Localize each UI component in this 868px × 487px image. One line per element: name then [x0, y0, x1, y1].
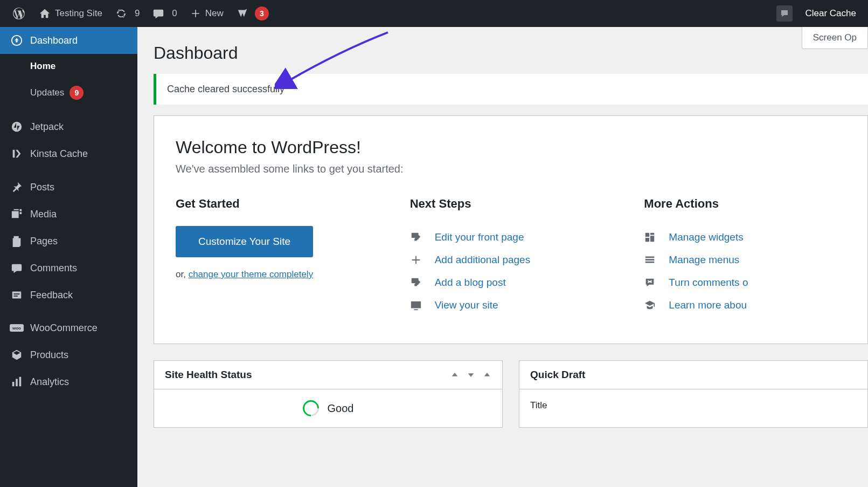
sidebar-home[interactable]: Home — [0, 54, 137, 79]
quick-draft-box: Quick Draft Title — [519, 360, 868, 428]
svg-rect-3 — [12, 292, 22, 299]
add-blog-post-link[interactable]: Add a blog post — [410, 271, 612, 294]
sidebar-posts[interactable]: Posts — [0, 174, 137, 201]
sidebar-dashboard-label: Dashboard — [30, 35, 78, 46]
sidebar-pages[interactable]: Pages — [0, 228, 137, 255]
sidebar-products[interactable]: Products — [0, 341, 137, 368]
widgets-icon — [644, 231, 660, 243]
updates-count: 9 — [135, 8, 140, 19]
move-up-icon[interactable] — [450, 371, 459, 379]
sidebar-updates-label: Updates — [30, 87, 64, 98]
feedback-icon — [10, 289, 24, 301]
learn-more-link[interactable]: Learn more abou — [644, 294, 846, 317]
sidebar-products-label: Products — [30, 349, 68, 361]
svg-text:woo: woo — [12, 326, 21, 331]
admin-toolbar: Testing Site 9 0 New 3 Clear Cache — [0, 0, 868, 27]
site-name-link[interactable]: Testing Site — [32, 0, 109, 27]
analytics-icon — [10, 376, 24, 388]
change-theme-text: or, change your theme completely — [176, 269, 378, 280]
menus-icon — [644, 254, 660, 266]
kinsta-icon — [10, 148, 24, 160]
sidebar-analytics[interactable]: Analytics — [0, 368, 137, 395]
main-content: Screen Op Dashboard Cache cleared succes… — [137, 27, 868, 428]
welcome-col-next-steps: Next Steps Edit your front page Add addi… — [410, 197, 612, 317]
customize-site-button[interactable]: Customize Your Site — [176, 226, 313, 257]
comment-icon — [152, 8, 164, 19]
manage-menus-link[interactable]: Manage menus — [644, 249, 846, 271]
welcome-col-get-started: Get Started Customize Your Site or, chan… — [176, 197, 378, 317]
page-title: Dashboard — [137, 27, 868, 74]
updates-toolbar[interactable]: 9 — [109, 0, 146, 27]
move-down-icon[interactable] — [467, 371, 475, 379]
svg-point-1 — [16, 40, 18, 43]
get-started-title: Get Started — [176, 197, 378, 211]
sidebar-jetpack[interactable]: Jetpack — [0, 113, 137, 140]
woo-icon: woo — [10, 324, 24, 333]
wp-logo[interactable] — [5, 0, 32, 27]
add-pages-link[interactable]: Add additional pages — [410, 249, 612, 271]
welcome-col-more-actions: More Actions Manage widgets Manage menus… — [644, 197, 846, 317]
welcome-title: Welcome to WordPress! — [176, 138, 846, 157]
more-actions-title: More Actions — [644, 197, 846, 211]
sidebar-feedback[interactable]: Feedback — [0, 282, 137, 308]
manage-widgets-link[interactable]: Manage widgets — [644, 226, 846, 249]
sidebar-analytics-label: Analytics — [30, 376, 69, 388]
home-icon — [39, 8, 51, 19]
yoast-badge: 3 — [255, 6, 269, 20]
next-steps-title: Next Steps — [410, 197, 612, 211]
sidebar-woocommerce[interactable]: woo WooCommerce — [0, 315, 137, 341]
screen-options-tab[interactable]: Screen Op — [802, 27, 868, 49]
view-site-link[interactable]: View your site — [410, 294, 612, 317]
sidebar-kinsta[interactable]: Kinsta Cache — [0, 140, 137, 167]
sidebar-comments-label: Comments — [30, 263, 77, 274]
graduation-icon — [644, 299, 660, 311]
write-icon — [410, 277, 426, 289]
admin-sidebar: Dashboard Home Updates 9 Jetpack Kinsta … — [0, 27, 137, 428]
dashboard-icon — [10, 35, 24, 46]
site-health-box: Site Health Status Good — [154, 360, 503, 428]
edit-front-page-link[interactable]: Edit your front page — [410, 226, 612, 249]
welcome-subtitle: We've assembled some links to get you st… — [176, 163, 846, 175]
clear-cache-label: Clear Cache — [805, 8, 857, 19]
sidebar-media-label: Media — [30, 209, 57, 220]
notice-text: Cache cleared successfully — [167, 84, 284, 94]
comments-toolbar[interactable]: 0 — [146, 0, 183, 27]
yoast-icon — [237, 8, 248, 19]
updates-badge: 9 — [70, 86, 84, 100]
sidebar-jetpack-label: Jetpack — [30, 121, 64, 133]
svg-rect-6 — [411, 301, 421, 308]
edit-icon — [410, 231, 426, 243]
collapse-icon[interactable] — [483, 371, 491, 379]
sidebar-woo-label: WooCommerce — [30, 323, 98, 334]
refresh-icon — [115, 8, 127, 19]
quick-draft-title: Quick Draft — [530, 369, 585, 381]
sidebar-feedback-label: Feedback — [30, 290, 73, 301]
comments-icon — [10, 262, 24, 274]
comments-off-icon — [644, 277, 660, 289]
success-notice: Cache cleared successfully — [154, 74, 868, 105]
products-icon — [10, 349, 24, 361]
change-theme-link[interactable]: change your theme completely — [189, 269, 314, 279]
sidebar-media[interactable]: Media — [0, 201, 137, 228]
health-circle-icon — [299, 397, 322, 420]
sidebar-dashboard[interactable]: Dashboard — [0, 27, 137, 54]
comments-count: 0 — [172, 8, 177, 19]
sidebar-kinsta-label: Kinsta Cache — [30, 148, 88, 160]
site-health-title: Site Health Status — [165, 369, 252, 381]
plus-icon — [190, 8, 201, 19]
sidebar-pages-label: Pages — [30, 236, 58, 247]
welcome-panel: Welcome to WordPress! We've assembled so… — [154, 115, 868, 344]
sidebar-updates[interactable]: Updates 9 — [0, 79, 137, 107]
new-label: New — [205, 8, 224, 19]
new-content[interactable]: New — [184, 0, 230, 27]
quick-draft-title-label: Title — [530, 400, 857, 411]
clear-cache-button[interactable]: Clear Cache — [799, 0, 863, 27]
sidebar-comments[interactable]: Comments — [0, 255, 137, 282]
notifications-icon[interactable] — [776, 5, 793, 22]
media-icon — [10, 208, 24, 220]
plus-icon — [410, 254, 426, 266]
yoast-toolbar[interactable]: 3 — [230, 0, 275, 27]
site-health-status: Good — [328, 402, 354, 415]
turn-comments-link[interactable]: Turn comments o — [644, 271, 846, 294]
svg-point-2 — [12, 122, 22, 132]
